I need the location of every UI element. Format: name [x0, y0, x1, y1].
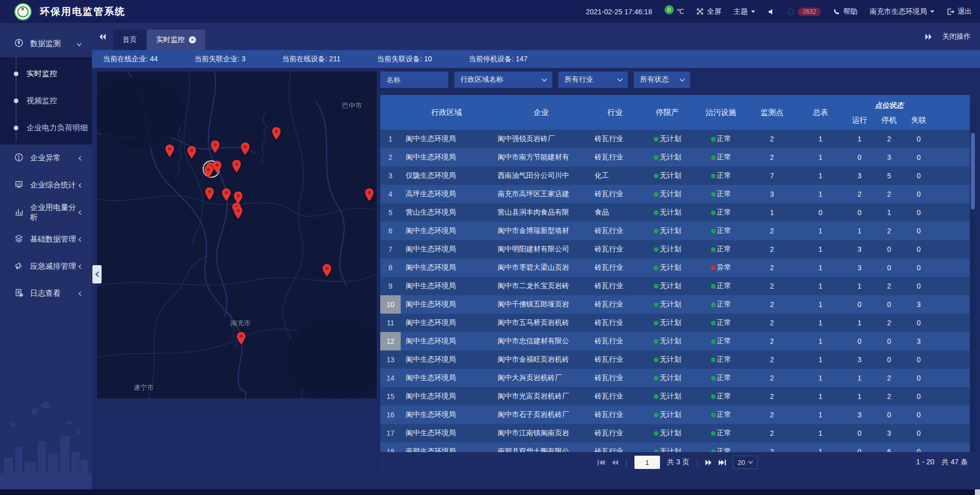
table-row[interactable]: 15阆中生态环境局阆中市光富页岩机砖厂砖瓦行业无计划正常21120 [380, 387, 970, 406]
cell-disconnected: 0 [904, 429, 934, 437]
logout-button[interactable]: 退出 [947, 7, 972, 16]
region-filter-value: 行政区域名称 [460, 75, 503, 84]
help-button[interactable]: 帮助 [833, 7, 857, 16]
sidebar-item-enterprise-statistics[interactable]: 企业综合统计 [0, 172, 92, 199]
table-row[interactable]: 1阆中生态环境局阆中强锐页岩砖厂砖瓦行业无计划正常21120 [380, 130, 970, 148]
table-scrollbar[interactable] [971, 130, 975, 452]
table-row[interactable]: 13阆中生态环境局阆中市金福旺页岩机砖砖瓦行业无计划正常21300 [380, 350, 970, 369]
org-menu[interactable]: 南充市生态环境局 [870, 7, 935, 16]
row-index: 1 [380, 130, 401, 148]
sidebar-item-log-view[interactable]: 日志查看 [0, 280, 92, 307]
table-row[interactable]: 16阆中生态环境局阆中市石子页岩机砖厂砖瓦行业无计划正常21300 [380, 406, 970, 424]
map-pin[interactable] [232, 159, 241, 173]
tab-home[interactable]: 首页 [113, 30, 146, 50]
map-pin[interactable] [240, 142, 250, 156]
col-header-enterprise: 企业 [493, 95, 590, 130]
cell-stopped: 0 [874, 356, 904, 364]
sidebar-item-enterprise-abnormal[interactable]: 企业异常 [0, 145, 92, 172]
table-row[interactable]: 17阆中生态环境局阆中市江南镇阆南页岩砖瓦行业无计划正常21030 [380, 424, 970, 442]
region-filter-select[interactable]: 行政区域名称 [454, 72, 552, 88]
org-name: 南充市生态环境局 [870, 7, 927, 16]
page-size-select[interactable]: 20 [733, 456, 757, 469]
map-pin[interactable] [205, 187, 214, 201]
table-row[interactable]: 4高坪生态环境局南充市高坪区王家店建砖瓦行业无计划正常31220 [380, 185, 970, 203]
sidebar-collapse-handle[interactable] [92, 265, 102, 284]
status-filter-select[interactable]: 所有状态 [634, 72, 690, 88]
map-pin[interactable] [272, 127, 281, 140]
close-operations-button[interactable]: 关闭操作 [942, 32, 971, 41]
table-row[interactable]: 9阆中生态环境局阆中市二龙长宝页岩砖砖瓦行业无计划正常21120 [380, 277, 970, 295]
notifications-button[interactable]: 2632 [787, 8, 821, 16]
fullscreen-button[interactable]: 全屏 [696, 7, 721, 16]
sidebar-item-emergency-reduction-management[interactable]: 应急减排管理 [0, 253, 92, 280]
table-row[interactable]: 11阆中生态环境局阆中市五马桥页岩机砖砖瓦行业无计划正常21120 [380, 314, 970, 332]
cell-enterprise: 南部县双华土陶有限公 [493, 447, 590, 452]
map-pin[interactable] [204, 165, 213, 179]
table-scrollbar-thumb[interactable] [971, 133, 975, 209]
next-page-button[interactable] [705, 460, 712, 465]
table-row[interactable]: 3仪陇生态环境局西南油气田分公司川中化工无计划正常71350 [380, 167, 970, 185]
cell-disconnected: 0 [904, 135, 934, 143]
page-range-label: 1 - 20 [916, 458, 935, 467]
gauge-icon [14, 38, 23, 50]
sidebar-item-basic-data-management[interactable]: 基础数据管理 [0, 226, 92, 253]
prev-page-button[interactable] [612, 460, 618, 465]
map-pin[interactable] [222, 188, 231, 202]
cell-disconnected: 0 [904, 411, 934, 419]
first-page-button[interactable] [598, 460, 605, 465]
sidebar-item-enterprise-power-load-detail[interactable]: 企业电力负荷明细 [0, 114, 92, 142]
cell-monitor-points: 2 [748, 429, 796, 437]
sidebar-item-data-monitoring[interactable]: 数据监测 [0, 30, 92, 57]
last-page-button[interactable] [719, 460, 726, 465]
table-row[interactable]: 8阆中生态环境局阆中市枣碧大梁山页岩砖瓦行业无计划异常21300 [380, 258, 970, 277]
table-row[interactable]: 2阆中生态环境局阆中市南方节能建材有砖瓦行业无计划正常21030 [380, 148, 970, 167]
cell-disconnected: 0 [904, 153, 934, 161]
map-pin[interactable] [322, 264, 332, 277]
tab-close-icon[interactable]: ✕ [189, 36, 196, 43]
table-panel: 行政区域名称 所有行业 所有状态 行政区域 企业 行业 停限产 治污设施 监测点… [380, 72, 975, 473]
theme-menu[interactable]: 主题 [733, 7, 755, 16]
cell-pollution-facility-status: 正常 [694, 447, 748, 452]
map-pin[interactable] [364, 188, 374, 202]
tab-realtime-monitoring[interactable]: 实时监控✕ [147, 30, 205, 50]
name-filter-input[interactable] [380, 72, 448, 88]
cell-main-meter: 1 [796, 264, 845, 272]
cell-region: 阆中生态环境局 [401, 337, 493, 346]
cell-pollution-facility-status: 正常 [694, 190, 748, 199]
map-pin[interactable] [187, 146, 197, 159]
status-dot [711, 302, 716, 307]
sidebar-item-enterprise-power-analysis[interactable]: 企业用电量分析 [0, 199, 92, 226]
tabs-scroll-right-button[interactable] [925, 34, 932, 40]
map-pin[interactable] [233, 206, 243, 220]
sidebar-item-video-monitoring[interactable]: 视频监控 [0, 87, 92, 114]
double-chevron-right-icon [925, 34, 932, 40]
table-row[interactable]: 18南部生态环境局南部县双华土陶有限公砖瓦行业无计划正常21060 [380, 442, 970, 452]
map-pin[interactable] [212, 160, 222, 174]
table-row[interactable]: 14阆中生态环境局阆中大兴页岩机砖厂砖瓦行业无计划正常21120 [380, 369, 970, 387]
sidebar-item-realtime-monitoring[interactable]: 实时监控 [0, 60, 92, 87]
cell-industry: 砖瓦行业 [590, 355, 641, 364]
industry-filter-select[interactable]: 所有行业 [558, 72, 628, 88]
map-pin[interactable] [236, 332, 246, 345]
map-pin[interactable] [165, 144, 175, 158]
map-panel[interactable]: 巴中市南充市遂宁市 [97, 72, 377, 398]
bullet-icon [14, 126, 18, 130]
scrollbar-corner [975, 489, 980, 495]
cell-industry: 砖瓦行业 [590, 392, 641, 401]
table-row[interactable]: 5营山生态环境局营山县润丰肉食品有限食品无计划正常10010 [380, 203, 970, 222]
table-row[interactable]: 12阆中生态环境局阆中市忠信建材有限公砖瓦行业无计划正常21003 [380, 332, 970, 350]
sound-button[interactable] [768, 8, 775, 15]
col-header-index [380, 95, 401, 130]
cell-disconnected: 3 [904, 300, 934, 309]
page-number-input[interactable] [634, 456, 660, 469]
status-dot [654, 394, 658, 399]
industry-filter-value: 所有行业 [565, 75, 593, 84]
cell-stop-limit-status: 无计划 [641, 134, 694, 144]
tabs-scroll-left-button[interactable] [92, 23, 113, 50]
table-row[interactable]: 6阆中生态环境局阆中市金博瑞新型墙材砖瓦行业无计划正常21120 [380, 222, 970, 240]
table-row[interactable]: 7阆中生态环境局阆中明阳建材有限公司砖瓦行业无计划正常21300 [380, 240, 970, 258]
map-pin[interactable] [210, 140, 220, 154]
table-row[interactable]: 10阆中生态环境局阆中千佛镇五郎垭页岩砖瓦行业无计划正常21003 [380, 295, 970, 314]
col-header-main-meter: 总表 [796, 95, 845, 130]
stat-item-0: 当前在线企业: 44 [103, 55, 158, 64]
